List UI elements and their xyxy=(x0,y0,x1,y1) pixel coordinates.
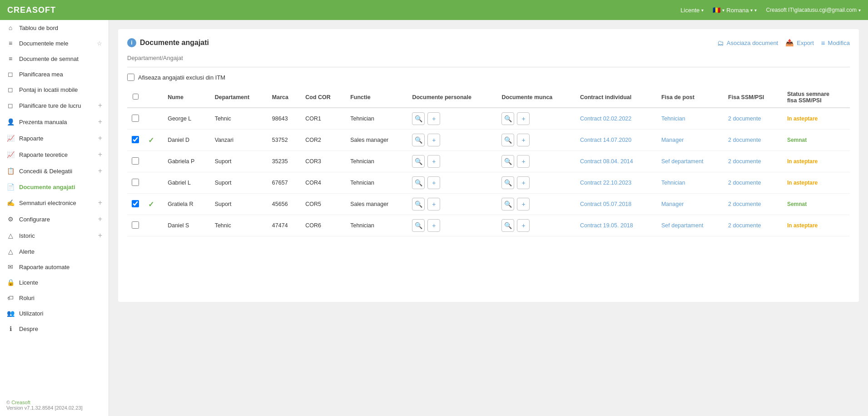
sidebar-plus-planificare-ture[interactable]: + xyxy=(98,101,102,110)
sidebar-item-documente-angajati[interactable]: 📄 Documente angajati xyxy=(0,179,109,195)
sidebar-plus-concedii-delegatii[interactable]: + xyxy=(98,167,102,175)
row-contract-3[interactable]: Contract 22.10.2023 xyxy=(575,172,657,194)
add-doc-munca-3[interactable]: + xyxy=(517,176,530,189)
add-doc-personale-4[interactable]: + xyxy=(427,198,440,211)
contract-link-3[interactable]: Contract 22.10.2023 xyxy=(580,180,631,186)
fisa-post-link-4[interactable]: Manager xyxy=(661,201,684,207)
row-fisa-ssm-3[interactable]: 2 documente xyxy=(724,172,783,194)
add-doc-personale-2[interactable]: + xyxy=(427,155,440,168)
row-check-col[interactable] xyxy=(127,130,144,151)
search-doc-personale-4[interactable]: 🔍 xyxy=(412,198,425,211)
row-fisa-ssm-2[interactable]: 2 documente xyxy=(724,151,783,172)
language-dropdown[interactable]: 🇷🇴 Romana xyxy=(713,6,757,14)
row-check-col[interactable] xyxy=(127,151,144,172)
sidebar-item-rapoarte-teoretice[interactable]: 📈 Rapoarte teoretice + xyxy=(0,146,109,163)
add-doc-personale-3[interactable]: + xyxy=(427,176,440,189)
row-fisa-ssm-4[interactable]: 2 documente xyxy=(724,194,783,215)
row-check-col[interactable] xyxy=(127,194,144,215)
row-checkbox-5[interactable] xyxy=(132,221,139,229)
search-doc-munca-4[interactable]: 🔍 xyxy=(501,198,514,211)
search-doc-personale-1[interactable]: 🔍 xyxy=(412,134,425,146)
select-all-checkbox[interactable] xyxy=(133,94,139,100)
add-doc-munca-4[interactable]: + xyxy=(517,198,530,211)
search-doc-munca-2[interactable]: 🔍 xyxy=(501,155,514,168)
row-check-col[interactable] xyxy=(127,108,144,130)
row-contract-5[interactable]: Contract 19.05. 2018 xyxy=(575,215,657,236)
add-doc-personale-5[interactable]: + xyxy=(427,219,440,232)
sidebar-item-prezenta-manuala[interactable]: 👤 Prezenta manuala + xyxy=(0,114,109,130)
add-doc-personale-0[interactable]: + xyxy=(427,112,440,125)
sidebar-item-semnaturi-electronice[interactable]: ✍ Semnaturi electronice + xyxy=(0,195,109,211)
sidebar-item-documentele-mele[interactable]: ≡ Documentele mele ☆ xyxy=(0,35,109,51)
row-fisa-post-5[interactable]: Sef departament xyxy=(657,215,724,236)
row-contract-2[interactable]: Contract 08.04. 2014 xyxy=(575,151,657,172)
row-fisa-post-2[interactable]: Sef departament xyxy=(657,151,724,172)
sidebar-item-rapoarte-automate[interactable]: ✉ Rapoarte automate xyxy=(0,259,109,275)
add-doc-munca-0[interactable]: + xyxy=(517,112,530,125)
fisa-post-link-5[interactable]: Sef departament xyxy=(661,222,703,229)
search-doc-personale-5[interactable]: 🔍 xyxy=(412,219,425,232)
contract-link-2[interactable]: Contract 08.04. 2014 xyxy=(580,158,633,165)
sidebar-plus-rapoarte-teoretice[interactable]: + xyxy=(98,150,102,159)
row-checkbox-0[interactable] xyxy=(132,115,139,122)
sidebar-item-alerte[interactable]: △ Alerte xyxy=(0,244,109,259)
search-input[interactable] xyxy=(127,55,263,61)
asociaza-document-button[interactable]: 🗂 Asociaza document xyxy=(717,39,778,47)
row-fisa-post-3[interactable]: Tehnician xyxy=(657,172,724,194)
col-select-all[interactable] xyxy=(127,87,144,108)
row-contract-4[interactable]: Contract 05.07.2018 xyxy=(575,194,657,215)
row-checkbox-4[interactable] xyxy=(132,200,139,207)
search-doc-personale-0[interactable]: 🔍 xyxy=(412,112,425,125)
search-doc-personale-3[interactable]: 🔍 xyxy=(412,176,425,189)
search-doc-personale-2[interactable]: 🔍 xyxy=(412,155,425,168)
sidebar-item-licente[interactable]: 🔒 Licente xyxy=(0,275,109,290)
fisa-post-link-3[interactable]: Tehnician xyxy=(661,180,685,186)
contract-link-4[interactable]: Contract 05.07.2018 xyxy=(580,201,631,207)
row-checkbox-3[interactable] xyxy=(132,179,139,186)
contract-link-1[interactable]: Contract 14.07.2020 xyxy=(580,137,631,143)
row-fisa-post-1[interactable]: Manager xyxy=(657,130,724,151)
row-fisa-ssm-1[interactable]: 2 documente xyxy=(724,130,783,151)
row-check-col[interactable] xyxy=(127,172,144,194)
user-dropdown[interactable]: Creasoft IT\glacatusu.cgi@gmail.com xyxy=(766,7,861,13)
search-doc-munca-3[interactable]: 🔍 xyxy=(501,176,514,189)
contract-link-5[interactable]: Contract 19.05. 2018 xyxy=(580,222,633,229)
add-doc-personale-1[interactable]: + xyxy=(427,134,440,146)
sidebar-plus-configurare[interactable]: + xyxy=(98,215,102,223)
sidebar-item-tablou-de-bord[interactable]: ⌂ Tablou de bord xyxy=(0,20,109,35)
fisa-ssm-link-0[interactable]: 2 documente xyxy=(728,115,761,122)
search-doc-munca-0[interactable]: 🔍 xyxy=(501,112,514,125)
sidebar-plus-istoric[interactable]: + xyxy=(98,231,102,240)
modifica-button[interactable]: ≡ Modifica xyxy=(821,39,850,47)
sidebar-item-documente-de-semnat[interactable]: ≡ Documente de semnat xyxy=(0,51,109,66)
fisa-ssm-link-4[interactable]: 2 documente xyxy=(728,201,761,207)
sidebar-plus-rapoarte[interactable]: + xyxy=(98,134,102,142)
fisa-ssm-link-3[interactable]: 2 documente xyxy=(728,180,761,186)
row-checkbox-2[interactable] xyxy=(132,157,139,165)
sidebar-item-istoric[interactable]: △ Istoric + xyxy=(0,227,109,244)
export-button[interactable]: 📤 Export xyxy=(785,39,814,47)
fisa-post-link-2[interactable]: Sef departament xyxy=(661,158,703,165)
row-fisa-post-0[interactable]: Tehnician xyxy=(657,108,724,130)
sidebar-item-pontaj-locatii[interactable]: ◻ Pontaj in locatii mobile xyxy=(0,82,109,97)
search-doc-munca-1[interactable]: 🔍 xyxy=(501,134,514,146)
add-doc-munca-2[interactable]: + xyxy=(517,155,530,168)
search-doc-munca-5[interactable]: 🔍 xyxy=(501,219,514,232)
contract-link-0[interactable]: Contract 02.02.2022 xyxy=(580,115,631,122)
row-fisa-ssm-0[interactable]: 2 documente xyxy=(724,108,783,130)
row-contract-1[interactable]: Contract 14.07.2020 xyxy=(575,130,657,151)
row-checkbox-1[interactable] xyxy=(132,136,139,143)
sidebar-item-utilizatori[interactable]: 👥 Utilizatori xyxy=(0,306,109,321)
licente-dropdown[interactable]: Licente xyxy=(680,7,704,14)
star-icon[interactable]: ☆ xyxy=(97,40,102,47)
filter-exclude-itm-checkbox[interactable] xyxy=(127,74,134,81)
add-doc-munca-1[interactable]: + xyxy=(517,134,530,146)
sidebar-item-roluri[interactable]: 🏷 Roluri xyxy=(0,290,109,306)
sidebar-item-configurare[interactable]: ⚙ Configurare + xyxy=(0,211,109,227)
add-doc-munca-5[interactable]: + xyxy=(517,219,530,232)
row-fisa-ssm-5[interactable]: 2 documente xyxy=(724,215,783,236)
fisa-ssm-link-2[interactable]: 2 documente xyxy=(728,158,761,165)
sidebar-item-despre[interactable]: ℹ Despre xyxy=(0,321,109,336)
sidebar-item-concedii-delegatii[interactable]: 📋 Concedii & Delegatii + xyxy=(0,163,109,179)
sidebar-plus-prezenta-manuala[interactable]: + xyxy=(98,118,102,126)
